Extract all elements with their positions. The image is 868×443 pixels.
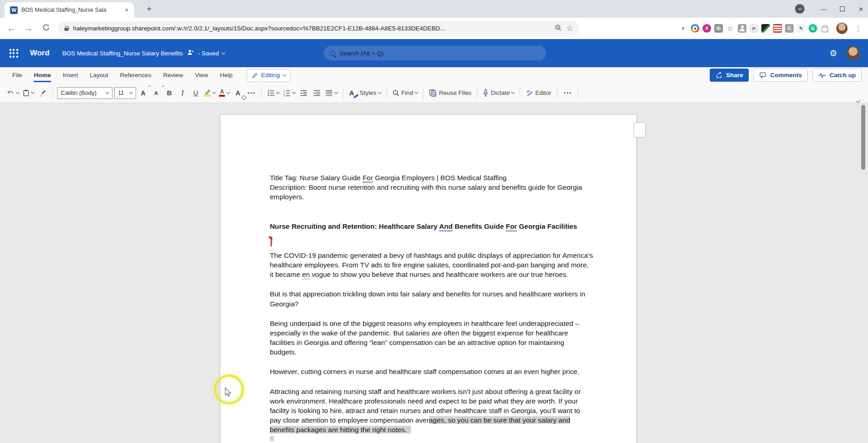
ext-hash-icon[interactable]: # bbox=[702, 24, 711, 33]
numbering-button[interactable]: 123 bbox=[282, 86, 297, 100]
document-heading: Nurse Recruiting and Retention: Healthca… bbox=[270, 222, 605, 231]
bullets-button[interactable] bbox=[266, 86, 281, 100]
shrink-font-button[interactable] bbox=[150, 86, 162, 100]
reload-button[interactable] bbox=[41, 24, 51, 34]
ext-grammarly-icon[interactable]: G bbox=[809, 24, 817, 33]
tab-insert[interactable]: Insert bbox=[57, 67, 84, 83]
settings-gear-icon[interactable] bbox=[829, 48, 837, 59]
document-body[interactable]: Title Tag: Nurse Salary Guide For Georgi… bbox=[220, 115, 636, 443]
ext-g-box-icon[interactable]: G bbox=[785, 24, 794, 33]
zoom-indicator-icon[interactable] bbox=[555, 24, 562, 33]
font-size-select[interactable]: 11 bbox=[114, 87, 136, 99]
format-painter-button[interactable] bbox=[36, 86, 49, 100]
undo-icon bbox=[7, 89, 15, 97]
url-text[interactable]: haleymarketinggroup.sharepoint.com/:w:/r… bbox=[73, 25, 550, 32]
formatting-toolbar: Calibri (Body) 11 123 Styles bbox=[0, 83, 868, 103]
undo-button[interactable] bbox=[5, 86, 20, 100]
text-line: However, cutting corners in nurse and he… bbox=[270, 367, 605, 376]
bookmark-star-icon[interactable] bbox=[566, 24, 573, 33]
tab-close-icon[interactable] bbox=[122, 6, 131, 14]
reuse-files-button[interactable]: Reuse Files bbox=[428, 86, 473, 100]
ext-tb-icon[interactable]: tb bbox=[714, 24, 723, 33]
search-icon bbox=[330, 51, 335, 56]
font-name-select[interactable]: Calibri (Body) bbox=[57, 87, 112, 99]
font-color-button[interactable] bbox=[218, 86, 231, 100]
ext-layers-icon[interactable]: ≡ bbox=[679, 24, 688, 33]
collapse-ribbon-icon[interactable] bbox=[856, 98, 861, 103]
bold-button[interactable] bbox=[163, 86, 176, 100]
find-button[interactable]: Find bbox=[391, 86, 419, 100]
text-line: pay close attention to employee compensa… bbox=[270, 415, 605, 425]
text-line: Being underpaid is one of the biggest re… bbox=[270, 319, 605, 328]
italic-button[interactable] bbox=[176, 86, 189, 100]
back-button[interactable] bbox=[6, 24, 16, 34]
word-logo[interactable]: Word bbox=[30, 49, 49, 58]
numbered-list-icon: 123 bbox=[283, 89, 291, 97]
paste-button[interactable] bbox=[21, 86, 35, 100]
text-line: employers. bbox=[270, 192, 605, 202]
share-button[interactable]: Share bbox=[710, 69, 749, 82]
more-font-options-button[interactable] bbox=[245, 86, 257, 100]
text-line: Nurse Recruiting and Retention: Healthca… bbox=[270, 222, 605, 231]
comments-button[interactable]: Comments bbox=[753, 69, 808, 82]
document-title[interactable]: BOS Medical Staffing_Nurse Salary Benefi… bbox=[62, 50, 183, 57]
ext-person-icon[interactable] bbox=[738, 24, 746, 33]
browser-tab[interactable]: BOS Medical Staffing_Nurse Sala bbox=[5, 2, 134, 18]
extensions-row: ≡#tb☺IPG✎G bbox=[679, 24, 829, 33]
lock-icon[interactable] bbox=[64, 26, 68, 31]
window-controls bbox=[795, 0, 863, 18]
catch-up-button[interactable]: Catch up bbox=[812, 69, 862, 82]
account-avatar[interactable] bbox=[846, 46, 860, 60]
browser-profile-avatar[interactable] bbox=[836, 23, 848, 34]
ext-puzzle-icon[interactable] bbox=[820, 24, 829, 33]
app-launcher-icon[interactable] bbox=[8, 48, 19, 59]
text-line: The COVID-19 pandemic generated a bevy o… bbox=[270, 251, 605, 260]
vertical-scrollbar-thumb[interactable] bbox=[861, 105, 865, 170]
window-maximize-button[interactable] bbox=[840, 6, 845, 11]
tab-file[interactable]: File bbox=[6, 67, 28, 83]
ext-smiley-icon[interactable]: ☺ bbox=[726, 24, 735, 33]
tab-help[interactable]: Help bbox=[214, 67, 239, 83]
editing-mode-button[interactable]: Editing bbox=[247, 69, 291, 82]
more-commands-button[interactable] bbox=[561, 86, 574, 100]
address-bar[interactable]: haleymarketinggroup.sharepoint.com/:w:/r… bbox=[58, 21, 580, 36]
ext-color-wheel-icon[interactable] bbox=[691, 24, 699, 33]
underline-button[interactable] bbox=[190, 86, 202, 100]
suite-bar-right bbox=[829, 46, 860, 60]
tab-references[interactable]: References bbox=[114, 67, 157, 83]
forward-button[interactable] bbox=[24, 24, 34, 34]
decrease-indent-button[interactable] bbox=[297, 86, 310, 100]
ext-red-doc-icon[interactable] bbox=[773, 24, 782, 33]
search-box[interactable]: Search (Alt + Q) bbox=[324, 46, 546, 60]
tab-home[interactable]: Home bbox=[28, 67, 57, 83]
ext-ip-icon[interactable]: IP bbox=[750, 24, 758, 33]
tab-title: BOS Medical Staffing_Nurse Sala bbox=[21, 7, 119, 13]
revision-flag-icon[interactable] bbox=[270, 237, 272, 246]
dictate-button[interactable]: Dictate bbox=[481, 86, 516, 100]
window-close-button[interactable] bbox=[858, 5, 863, 13]
meta-paragraph: Title Tag: Nurse Salary Guide For Georgi… bbox=[270, 173, 605, 202]
bullet-list-icon bbox=[267, 89, 275, 97]
tab-review[interactable]: Review bbox=[157, 67, 189, 83]
editor-button[interactable]: Editor bbox=[524, 86, 552, 100]
tab-view[interactable]: View bbox=[189, 67, 214, 83]
window-minimize-button[interactable] bbox=[821, 5, 826, 13]
text-line: But is that appreciation trickling down … bbox=[270, 289, 605, 299]
clear-formatting-button[interactable] bbox=[232, 86, 244, 100]
save-status[interactable]: - Saved bbox=[198, 50, 225, 57]
document-page[interactable]: Title Tag: Nurse Salary Guide For Georgi… bbox=[220, 114, 637, 443]
ext-doc-pencil-icon[interactable]: ✎ bbox=[797, 24, 805, 33]
tab-search-icon[interactable] bbox=[795, 4, 805, 14]
grow-font-button[interactable] bbox=[137, 86, 149, 100]
text-highlight-button[interactable] bbox=[203, 86, 217, 100]
increase-indent-button[interactable] bbox=[311, 86, 323, 100]
font-color-icon bbox=[219, 89, 225, 97]
styles-button[interactable]: Styles bbox=[347, 86, 382, 100]
find-icon bbox=[392, 89, 400, 97]
comment-indicator-button[interactable] bbox=[634, 122, 646, 138]
tab-layout[interactable]: Layout bbox=[84, 67, 114, 83]
new-tab-button[interactable] bbox=[143, 3, 155, 15]
alignment-button[interactable] bbox=[324, 86, 339, 100]
ext-eyedropper-icon[interactable] bbox=[761, 24, 770, 33]
browser-menu-icon[interactable] bbox=[855, 25, 862, 33]
